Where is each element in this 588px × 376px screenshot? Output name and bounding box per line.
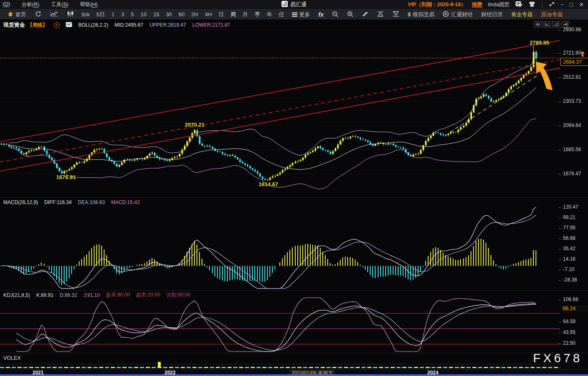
toolbar: 首页 tick 5日 1 3 5 10 15 30 60 2H 4H 日 周 月… — [0, 9, 588, 20]
period-2h[interactable]: 2H — [188, 11, 202, 17]
kdj-header: KDJ(21,8,5) K:89.91 D:89.32 J:91.10 超买:8… — [3, 291, 190, 299]
kdj-d-value: D:89.32 — [60, 292, 77, 298]
period-10[interactable]: 10 — [137, 11, 149, 17]
kdj-j-value: J:91.10 — [83, 292, 100, 298]
app-title: 易汇通 — [282, 1, 306, 8]
price-annotation: 1676.91 — [56, 174, 76, 180]
boll-label[interactable]: BOLL(26,2.2) — [78, 22, 108, 28]
period-year[interactable]: 年 — [264, 11, 276, 18]
axis-label: 1676.47 — [563, 171, 581, 177]
kdj-panel-chart[interactable] — [0, 296, 560, 353]
period-day[interactable]: 日 — [215, 11, 227, 18]
candlestick-button[interactable] — [62, 10, 78, 18]
zoom-in-button[interactable] — [343, 11, 358, 18]
macd-header: MACD(26,12,9) DIFF:116.34 DEA:108.63 MAC… — [3, 199, 140, 205]
price-annotation: 1614.67 — [259, 181, 278, 187]
main-price-chart[interactable] — [0, 27, 560, 197]
axis-right-icon[interactable] — [552, 21, 560, 27]
zoom-out-button[interactable] — [328, 11, 343, 18]
menu-tools[interactable]: 工具(S) — [51, 1, 68, 8]
limit-down-button[interactable] — [388, 11, 404, 18]
oil-topic-button[interactable]: 原油专题 — [537, 11, 567, 18]
titlebar-right: VIP（到期：2025-9-18） 续费 linda期货 | − □ ✕ — [408, 1, 588, 8]
sim-trade-button[interactable]: $ 模拟交易 — [404, 11, 439, 18]
macd-label[interactable]: MACD(26,12,9) — [3, 199, 38, 205]
limit-up-button[interactable] — [373, 11, 388, 18]
panel-separator — [0, 290, 588, 291]
titlebar-separator: | — [541, 2, 543, 7]
add-indicator-icon[interactable]: + — [54, 22, 60, 28]
axis-label: 2512.81 — [563, 74, 581, 80]
move-panels-icon[interactable] — [534, 21, 542, 27]
axis-label: 106.68 — [563, 296, 578, 302]
kdj-oversold-value: 超卖:20.00 — [136, 291, 160, 299]
kdj-current-marker: 96.24 — [561, 305, 588, 312]
zoom-in-icon — [347, 11, 354, 18]
axis-label: 2721.90 — [563, 50, 581, 56]
axis-label: 2930.98 — [563, 27, 581, 32]
kdj-split-value: 分割:50.00 — [167, 291, 190, 299]
app-window: (Q) 分析(R) 工具(S) 帮助(H) 易汇通 VIP（到期：2025-9-… — [0, 0, 588, 376]
period-week[interactable]: 周 — [227, 11, 239, 18]
macd-diff-value: DIFF:116.34 — [44, 199, 72, 205]
minimize-button[interactable]: − — [561, 2, 564, 7]
period-1[interactable]: 1 — [108, 11, 118, 17]
period-15[interactable]: 15 — [150, 11, 162, 17]
axis-label: 2094.64 — [563, 122, 581, 128]
watermark: FX678 — [533, 351, 582, 365]
period-custom[interactable]: 任 — [276, 11, 288, 18]
gold-topic-button[interactable]: 黄金专题 — [507, 11, 537, 18]
boll-lower-value: LOWER:2171.87 — [192, 22, 230, 28]
renew-link[interactable]: 续费 — [472, 1, 482, 8]
kdj-overbought-value: 超买:80.00 — [106, 291, 130, 299]
menu-analysis[interactable]: 分析(R) — [22, 1, 39, 8]
line-chart-button[interactable] — [46, 11, 62, 18]
axis-label: 77.95 — [563, 225, 576, 231]
volex-baseline — [0, 364, 560, 364]
axis-label: 64.59 — [563, 319, 576, 324]
hamburger-icon — [292, 12, 297, 17]
maximize-button[interactable]: □ — [570, 2, 573, 7]
triangle-down-line-icon — [392, 11, 399, 18]
app-logo-icon — [282, 1, 288, 8]
refresh-button[interactable] — [30, 11, 46, 18]
restore-arrows-icon[interactable] — [549, 2, 555, 8]
axis-label: 56.68 — [563, 235, 576, 241]
axis-label: 35.42 — [563, 246, 576, 251]
period-30[interactable]: 30 — [162, 11, 175, 17]
period-quarter[interactable]: 季 — [252, 11, 264, 18]
menu-bar: (Q) 分析(R) 工具(S) 帮助(H) — [0, 1, 98, 8]
more-button[interactable]: 更多 — [288, 11, 314, 18]
close-button[interactable]: ✕ — [579, 2, 584, 7]
period-month[interactable]: 月 — [239, 11, 252, 18]
macd-panel-chart[interactable] — [0, 206, 560, 290]
account-name[interactable]: linda期货 — [488, 1, 509, 8]
theme-shirt-icon[interactable] — [528, 1, 536, 8]
period-tick[interactable]: tick — [78, 11, 93, 17]
home-button[interactable]: 首页 — [3, 11, 30, 18]
calendar-button[interactable]: 财经日历 — [477, 11, 507, 18]
period-3[interactable]: 3 — [118, 11, 127, 17]
vip-expiry-label: VIP（到期：2025-9-18） — [408, 1, 466, 8]
menu-help[interactable]: 帮助(H) — [80, 1, 97, 8]
panel-separator — [0, 197, 588, 198]
period-5[interactable]: 5 — [127, 11, 137, 17]
huitong-finance-button[interactable]: 汇通财经 — [439, 11, 477, 18]
indicator-fx-button[interactable]: fx — [314, 11, 328, 18]
macd-dea-value: DEA:108.63 — [78, 199, 105, 205]
kdj-label[interactable]: KDJ(21,8,5) — [3, 292, 30, 298]
horizontal-scrollbar[interactable] — [0, 374, 588, 376]
draw-pencil-button[interactable] — [358, 11, 373, 18]
axis-label: 22.50 — [563, 340, 576, 346]
boll-upper-value: UPPER:2819.47 — [149, 22, 186, 28]
volex-label[interactable]: VOLEX — [3, 355, 21, 361]
period-5day[interactable]: 5日 — [93, 11, 108, 18]
price-annotation: 2789.95 — [530, 40, 549, 46]
period-60[interactable]: 60 — [175, 11, 188, 17]
axis-left-icon[interactable] — [543, 21, 551, 27]
macd-hist-value: MACD:15.42 — [111, 199, 140, 205]
note-icon[interactable] — [515, 1, 523, 8]
period-4h[interactable]: 4H — [202, 11, 215, 17]
menu-q[interactable]: (Q) — [2, 1, 10, 8]
app-title-text: 易汇通 — [290, 1, 306, 8]
